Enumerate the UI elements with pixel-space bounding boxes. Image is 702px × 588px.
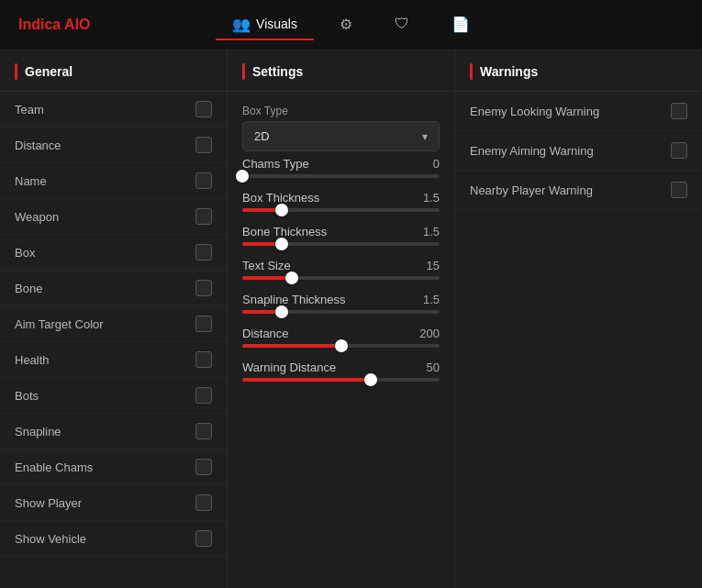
general-item-weapon[interactable]: Weapon [0, 199, 227, 235]
slider-thumb-text-size[interactable] [285, 272, 298, 284]
tab-visuals[interactable]: 👥 Visuals [216, 10, 314, 40]
settings-icon: ⚙ [340, 16, 352, 33]
settings-panel: Settings Box Type 2D ▾ Chams Type0Box Th… [228, 50, 455, 588]
slider-value-box-thickness: 1.5 [423, 191, 440, 205]
slider-distance[interactable] [242, 344, 440, 348]
slider-label-snapline-thickness: Snapline Thickness [242, 293, 346, 306]
slider-thumb-chams-type[interactable] [236, 170, 249, 183]
box-type-value: 2D [254, 129, 270, 143]
chevron-down-icon: ▾ [422, 130, 428, 143]
brand-logo: Indica AIO [18, 17, 138, 33]
file-icon: 📄 [451, 16, 470, 33]
shield-icon: 🛡 [395, 16, 409, 32]
slider-snapline-thickness[interactable] [242, 310, 440, 314]
general-panel: General TeamDistanceNameWeaponBoxBoneAim… [0, 50, 228, 588]
slider-value-chams-type: 0 [433, 157, 440, 171]
general-item-aim-target-color[interactable]: Aim Target Color [0, 306, 227, 342]
settings-header: Settings [228, 50, 454, 92]
general-item-health[interactable]: Health [0, 342, 227, 378]
checkbox-snapline[interactable] [195, 423, 212, 439]
tab-settings[interactable]: ⚙ [323, 10, 369, 40]
slider-label-warning-distance: Warning Distance [242, 361, 336, 374]
warning-item-nearby-player-warning[interactable]: Nearby Player Warning [455, 171, 702, 210]
general-item-bots[interactable]: Bots [0, 378, 227, 414]
checkbox-show-vehicle[interactable] [195, 530, 212, 547]
checkbox-warning-enemy-aiming-warning[interactable] [671, 142, 687, 159]
settings-header-bar [242, 63, 245, 80]
checkbox-health[interactable] [195, 351, 212, 368]
general-item-distance[interactable]: Distance [0, 128, 227, 163]
slider-chams-type[interactable] [242, 174, 440, 178]
visuals-icon: 👥 [232, 16, 251, 33]
slider-thumb-snapline-thickness[interactable] [275, 305, 288, 318]
checkbox-bone[interactable] [195, 280, 212, 296]
slider-value-text-size: 15 [427, 259, 440, 272]
checkbox-show-player[interactable] [195, 494, 212, 511]
checkbox-name[interactable] [195, 172, 212, 189]
general-item-name[interactable]: Name [0, 163, 227, 199]
top-nav: Indica AIO 👥 Visuals ⚙ 🛡 📄 [0, 0, 702, 50]
slider-warning-distance[interactable] [242, 378, 440, 382]
checkbox-team[interactable] [195, 101, 212, 117]
general-item-snapline[interactable]: Snapline [0, 414, 227, 449]
general-item-enable-chams[interactable]: Enable Chams [0, 449, 227, 485]
checkbox-aim-target-color[interactable] [195, 316, 212, 332]
slider-label-distance: Distance [242, 327, 289, 340]
slider-value-warning-distance: 50 [427, 361, 440, 374]
general-item-show-vehicle[interactable]: Show Vehicle [0, 521, 227, 557]
slider-thumb-warning-distance[interactable] [364, 373, 377, 386]
box-type-dropdown[interactable]: 2D ▾ [242, 121, 440, 151]
warning-item-enemy-aiming-warning[interactable]: Enemy Aiming Warning [455, 131, 702, 171]
slider-value-bone-thickness: 1.5 [423, 225, 440, 239]
nav-tabs: 👥 Visuals ⚙ 🛡 📄 [138, 10, 564, 40]
slider-value-distance: 200 [419, 327, 440, 340]
slider-box-thickness[interactable] [242, 208, 440, 212]
slider-label-text-size: Text Size [242, 259, 291, 272]
warnings-panel: Warnings Enemy Looking WarningEnemy Aimi… [455, 50, 702, 588]
settings-content: Box Type 2D ▾ Chams Type0Box Thickness1.… [228, 92, 454, 396]
general-item-show-player[interactable]: Show Player [0, 485, 227, 521]
checkbox-weapon[interactable] [195, 208, 212, 225]
slider-text-size[interactable] [242, 276, 440, 280]
checkbox-bots[interactable] [195, 387, 212, 404]
checkbox-warning-enemy-looking-warning[interactable] [671, 103, 687, 119]
slider-bone-thickness[interactable] [242, 242, 440, 246]
general-item-team[interactable]: Team [0, 92, 227, 128]
header-bar [15, 63, 17, 80]
checkbox-distance[interactable] [195, 137, 212, 153]
slider-label-bone-thickness: Bone Thickness [242, 225, 327, 239]
slider-value-snapline-thickness: 1.5 [423, 293, 440, 306]
slider-thumb-box-thickness[interactable] [275, 204, 288, 216]
tab-file[interactable]: 📄 [435, 10, 486, 40]
slider-label-box-thickness: Box Thickness [242, 191, 319, 205]
warning-item-enemy-looking-warning[interactable]: Enemy Looking Warning [455, 92, 702, 131]
checkbox-enable-chams[interactable] [195, 459, 212, 475]
box-type-label: Box Type [242, 105, 440, 117]
checkbox-box[interactable] [195, 244, 212, 261]
checkbox-warning-nearby-player-warning[interactable] [671, 182, 687, 198]
sliders-container: Chams Type0Box Thickness1.5Bone Thicknes… [242, 157, 440, 382]
general-item-box[interactable]: Box [0, 235, 227, 271]
general-item-bone[interactable]: Bone [0, 271, 227, 306]
slider-thumb-bone-thickness[interactable] [275, 238, 288, 250]
warnings-items-list: Enemy Looking WarningEnemy Aiming Warnin… [455, 92, 702, 210]
general-header: General [0, 50, 227, 92]
tab-shield[interactable]: 🛡 [378, 10, 426, 39]
general-items-list: TeamDistanceNameWeaponBoxBoneAim Target … [0, 92, 227, 557]
slider-label-chams-type: Chams Type [242, 157, 309, 171]
slider-thumb-distance[interactable] [335, 339, 348, 352]
main-content: General TeamDistanceNameWeaponBoxBoneAim… [0, 50, 702, 588]
warnings-header-bar [470, 63, 473, 80]
warnings-header: Warnings [455, 50, 702, 92]
